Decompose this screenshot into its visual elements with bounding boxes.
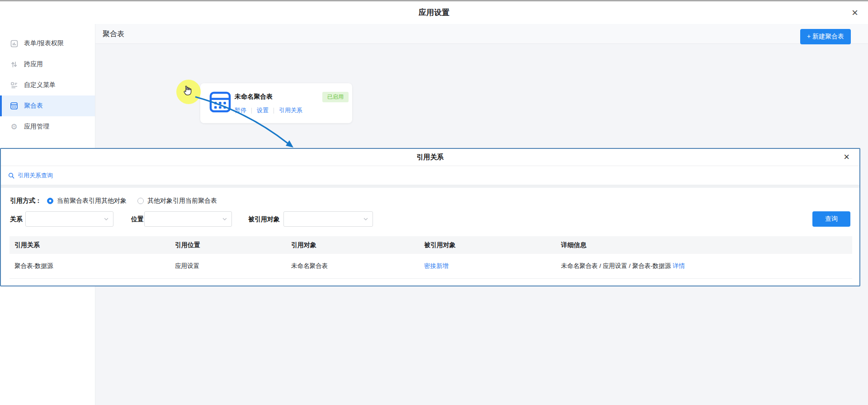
col-header-ref-position: 引用位置 [170, 241, 286, 249]
status-badge-enabled: 已启用 [322, 92, 349, 102]
reference-relation-dialog: 引用关系 × 引用关系查询 引用方式： 当前聚合表引用其他对象 其他对象引用当前… [0, 148, 860, 286]
position-filter-label: 位置 [131, 211, 144, 227]
radio-current-refs-others[interactable]: 当前聚合表引用其他对象 [47, 197, 127, 205]
referenced-object-select[interactable] [283, 211, 373, 227]
sidebar-item-label: 表单/报表权限 [24, 39, 64, 48]
settings-link[interactable]: 设置 [257, 106, 269, 114]
aggregate-table-icon [10, 102, 18, 110]
chevron-down-icon [363, 216, 368, 222]
radio-unselected-icon [137, 198, 144, 204]
referenced-object-link[interactable]: 密接新增 [424, 262, 448, 269]
radio-label: 其他对象引用当前聚合表 [147, 197, 217, 205]
pause-link[interactable]: 暂停 [235, 106, 246, 114]
sidebar-item-custom-menu[interactable]: 自定义菜单 [0, 75, 95, 95]
query-button[interactable]: 查询 [812, 211, 850, 227]
cell-ref-position: 应用设置 [170, 262, 286, 270]
detail-path-text: 未命名聚合表 / 应用设置 / 聚合表-数据源 [561, 262, 673, 269]
card-title: 未命名聚合表 [235, 93, 273, 101]
aggregate-table-card-icon [209, 91, 231, 114]
dialog-title: 引用关系 [1, 149, 859, 166]
cell-referenced-object: 密接新增 [419, 262, 556, 270]
dialog-titlebar: 引用关系 × [1, 149, 859, 166]
sidebar-item-label: 聚合表 [24, 102, 43, 110]
action-divider [251, 108, 252, 114]
custom-menu-icon [10, 81, 18, 89]
dialog-section-divider [1, 185, 859, 188]
sidebar-item-cross-app[interactable]: 跨应用 [0, 54, 95, 75]
sidebar-item-label: 自定义菜单 [24, 81, 56, 89]
sidebar-item-aggregate-table[interactable]: 聚合表 [0, 95, 95, 116]
position-select[interactable] [144, 211, 232, 227]
cell-ref-object: 未命名聚合表 [286, 262, 419, 270]
settings-titlebar: 应用设置 × [0, 1, 868, 24]
form-report-icon [10, 39, 18, 48]
col-header-ref-relation: 引用关系 [9, 241, 170, 249]
radio-others-ref-current[interactable]: 其他对象引用当前聚合表 [137, 197, 217, 205]
radio-label: 当前聚合表引用其他对象 [57, 197, 127, 205]
sidebar-item-label: 跨应用 [24, 60, 43, 68]
sidebar-item-label: 应用管理 [24, 123, 49, 131]
radio-selected-icon [47, 198, 53, 204]
cell-ref-relation: 聚合表-数据源 [9, 262, 170, 270]
search-icon [8, 172, 14, 179]
page-title: 聚合表 [103, 24, 124, 44]
filter-row: 关系 位置 被引用对象 查询 [1, 211, 859, 227]
reference-mode-label: 引用方式： [10, 197, 42, 205]
table-header-row: 引用关系 引用位置 引用对象 被引用对象 详细信息 [9, 236, 852, 254]
col-header-detail-info: 详细信息 [556, 241, 852, 249]
gear-icon: ⚙ [10, 123, 18, 131]
reference-mode-row: 引用方式： 当前聚合表引用其他对象 其他对象引用当前聚合表 [10, 195, 859, 206]
chevron-down-icon [222, 216, 227, 222]
col-header-ref-object: 引用对象 [286, 241, 419, 249]
referenced-object-filter-label: 被引用对象 [248, 211, 280, 227]
reference-query-label: 引用关系查询 [18, 172, 53, 180]
close-icon[interactable]: × [852, 7, 858, 19]
relation-select[interactable] [25, 211, 113, 227]
dialog-close-icon[interactable]: × [844, 151, 849, 163]
chevron-down-icon [104, 216, 109, 222]
action-divider [274, 108, 274, 114]
detail-link[interactable]: 详情 [673, 262, 685, 269]
aggregate-table-card[interactable]: 未命名聚合表 已启用 暂停 设置 引用关系 [200, 83, 352, 123]
new-aggregate-table-button[interactable]: + 新建聚合表 [800, 29, 851, 44]
relation-filter-label: 关系 [10, 211, 23, 227]
col-header-referenced-object: 被引用对象 [419, 241, 556, 249]
cell-detail-info: 未命名聚合表 / 应用设置 / 聚合表-数据源 详情 [556, 262, 852, 270]
aggregate-table-page-header: 聚合表 [95, 24, 868, 44]
main-content: 聚合表 + 新建聚合表 未命名聚合表 已启用 暂停 设置 引用关系 引用关系 ×… [95, 24, 868, 405]
table-row: 聚合表-数据源 应用设置 未命名聚合表 密接新增 未命名聚合表 / 应用设置 /… [9, 254, 852, 279]
reference-query-link[interactable]: 引用关系查询 [1, 166, 859, 185]
reference-relation-link[interactable]: 引用关系 [279, 106, 302, 114]
cross-app-icon [10, 60, 18, 68]
card-action-links: 暂停 设置 引用关系 [235, 106, 302, 114]
page-title-app-settings: 应用设置 [0, 1, 868, 24]
sidebar-item-app-management[interactable]: ⚙ 应用管理 [0, 116, 95, 137]
sidebar-item-form-report-permission[interactable]: 表单/报表权限 [0, 33, 95, 54]
reference-table: 引用关系 引用位置 引用对象 被引用对象 详细信息 聚合表-数据源 应用设置 未… [9, 236, 852, 279]
